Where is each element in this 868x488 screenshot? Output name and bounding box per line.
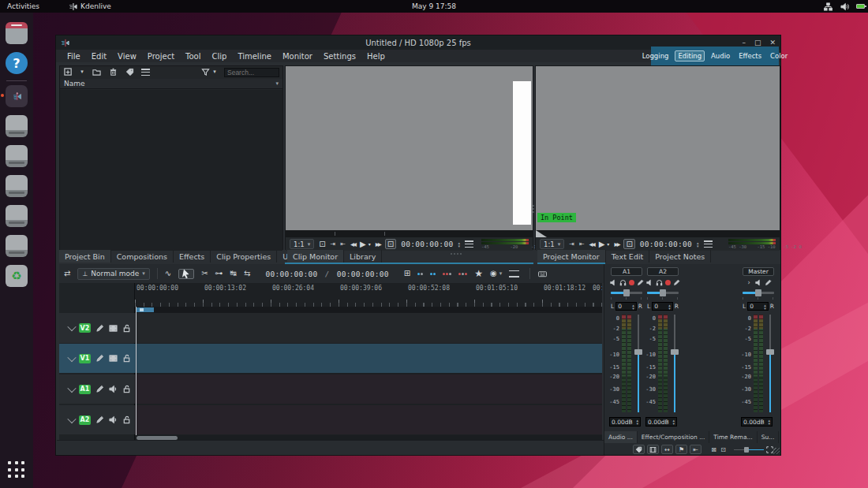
record-dropdown-icon[interactable]: ▾ xyxy=(499,271,503,277)
playhead-position[interactable]: 00:00:00:00 xyxy=(265,270,317,278)
tab-text-edit[interactable]: Text Edit xyxy=(606,250,650,263)
collapse-icon[interactable]: › xyxy=(746,279,753,286)
monitor-timecode[interactable]: 00:00:00:00 xyxy=(640,240,692,248)
volume-handle[interactable] xyxy=(634,349,642,355)
mute-icon[interactable] xyxy=(755,279,762,286)
tab-project-bin[interactable]: Project Bin xyxy=(59,250,111,263)
battery-icon[interactable] xyxy=(856,4,865,9)
insert-transition-icon[interactable] xyxy=(430,273,436,275)
play-dropdown-icon[interactable]: ▾ xyxy=(369,242,371,247)
audio-thumbnails-toggle-icon[interactable]: ↔ xyxy=(661,445,673,454)
bin-clip-list[interactable] xyxy=(60,90,282,251)
channel-name[interactable]: A1 xyxy=(611,267,642,276)
dock-item-window[interactable] xyxy=(6,145,28,167)
menu-project[interactable]: Project xyxy=(143,52,179,61)
zone-in-icon[interactable]: ⇥ xyxy=(331,241,336,248)
column-dropdown-icon[interactable]: ▾ xyxy=(275,80,279,87)
snap-toggle-icon[interactable]: ⇤ xyxy=(690,445,702,454)
tab-effect-composition[interactable]: Effect/Composition ... xyxy=(638,431,710,443)
marker-comments-toggle-icon[interactable]: ⚑ xyxy=(675,445,687,454)
lock-icon[interactable] xyxy=(122,323,131,333)
zone-out-icon[interactable]: ⇤ xyxy=(579,241,585,248)
zoom-full-project-icon[interactable] xyxy=(766,446,773,453)
lock-icon[interactable] xyxy=(122,385,131,394)
show-applications-button[interactable] xyxy=(8,461,25,479)
overwrite-zone-icon[interactable] xyxy=(443,273,451,275)
play-dropdown-icon[interactable]: ▾ xyxy=(607,242,609,247)
monitor-overlay-icon[interactable]: ⊡ xyxy=(319,240,325,248)
track-a2[interactable] xyxy=(135,405,602,434)
show-effects-icon[interactable] xyxy=(673,279,680,286)
track-badge[interactable]: V1 xyxy=(79,354,91,363)
video-thumbnails-toggle-icon[interactable] xyxy=(647,445,659,454)
insert-zone-icon[interactable] xyxy=(458,273,467,275)
track-header-v2[interactable]: V2 xyxy=(59,313,135,343)
workspace-effects[interactable]: Effects xyxy=(736,51,764,61)
volume-icon[interactable] xyxy=(840,2,849,11)
video-track-icon[interactable] xyxy=(108,354,118,363)
rewind-icon[interactable]: ◂◂ xyxy=(589,240,594,248)
dock-item-kdenlive[interactable] xyxy=(6,85,28,107)
minimize-button[interactable]: – xyxy=(742,39,746,47)
workspace-audio[interactable]: Audio xyxy=(709,51,732,61)
close-button[interactable]: ✕ xyxy=(769,39,776,47)
timeline-pen-icon[interactable] xyxy=(95,385,104,394)
filter-dropdown-icon[interactable]: ▾ xyxy=(212,68,217,77)
play-icon[interactable]: ▶ xyxy=(360,240,366,248)
workspace-editing[interactable]: Editing xyxy=(675,50,705,61)
mix-button-icon[interactable] xyxy=(509,270,519,278)
adjust-timeline-icon[interactable]: ⇄ xyxy=(64,270,70,278)
dock-item-help[interactable]: ? xyxy=(6,52,28,74)
monitor-splitter[interactable] xyxy=(533,205,534,213)
dock-item-window[interactable] xyxy=(6,115,28,137)
dock-item-window[interactable] xyxy=(6,205,28,227)
audio-track-icon[interactable] xyxy=(108,415,118,425)
balance-handle[interactable] xyxy=(623,289,630,296)
show-effects-icon[interactable] xyxy=(765,279,772,286)
maximize-button[interactable]: □ xyxy=(754,39,761,47)
workspace-color[interactable]: Color xyxy=(768,51,790,61)
volume-handle[interactable] xyxy=(671,349,679,355)
clock[interactable]: May 9 17:58 xyxy=(412,2,456,10)
playhead[interactable] xyxy=(136,307,137,441)
zoom-slider-handle[interactable] xyxy=(744,447,749,453)
spinner-arrows[interactable]: ▴▾ xyxy=(636,419,638,425)
zone-out-icon[interactable]: ⇤ xyxy=(340,241,346,248)
timecode-spinner[interactable]: ▴▾ xyxy=(697,241,699,248)
menu-settings[interactable]: Settings xyxy=(319,52,361,61)
filter-icon[interactable] xyxy=(200,68,210,77)
fit-zone-icon[interactable]: ↹ xyxy=(230,270,237,278)
track-badge[interactable]: A1 xyxy=(79,385,91,394)
zone-start-marker[interactable] xyxy=(536,230,547,237)
monitor-menu-icon[interactable] xyxy=(465,240,473,248)
volume-slider[interactable] xyxy=(766,315,774,412)
app-menu-button[interactable]: Kdenlive xyxy=(61,0,118,13)
menu-monitor[interactable]: Monitor xyxy=(278,52,317,61)
create-folder-icon[interactable] xyxy=(92,68,101,77)
project-monitor-seekbar[interactable] xyxy=(536,230,780,237)
timeline-pen-icon[interactable] xyxy=(95,415,104,425)
menu-clip[interactable]: Clip xyxy=(208,52,232,61)
track-badge[interactable]: A2 xyxy=(79,415,91,425)
dock-item-trash[interactable]: ♻ xyxy=(6,265,28,287)
workspace-logging[interactable]: Logging xyxy=(640,51,672,61)
monitor-timecode[interactable]: 00:00:00:00 xyxy=(401,240,453,248)
track-a1[interactable] xyxy=(135,374,602,404)
tab-time-remap[interactable]: Time Rema... xyxy=(709,431,757,443)
record-icon[interactable] xyxy=(665,279,671,286)
view-options-icon[interactable] xyxy=(141,69,150,76)
channel-name[interactable]: Master xyxy=(743,267,774,276)
track-v1[interactable] xyxy=(135,344,602,373)
mute-icon[interactable] xyxy=(610,279,617,286)
tab-library[interactable]: Library xyxy=(344,250,382,263)
spinner-arrows[interactable]: ▴▾ xyxy=(668,304,671,310)
pan-spinbox[interactable]: 0▴▾ xyxy=(615,302,637,311)
track-header-v1[interactable]: V1 xyxy=(59,344,135,373)
activities-button[interactable]: Activities xyxy=(0,0,47,13)
menu-view[interactable]: View xyxy=(113,52,141,61)
volume-handle[interactable] xyxy=(766,349,774,355)
spinner-arrows[interactable]: ▴▾ xyxy=(764,304,766,310)
solo-headphones-icon[interactable] xyxy=(619,279,627,286)
video-track-icon[interactable] xyxy=(108,323,118,333)
track-header-a1[interactable]: A1 xyxy=(59,374,135,404)
